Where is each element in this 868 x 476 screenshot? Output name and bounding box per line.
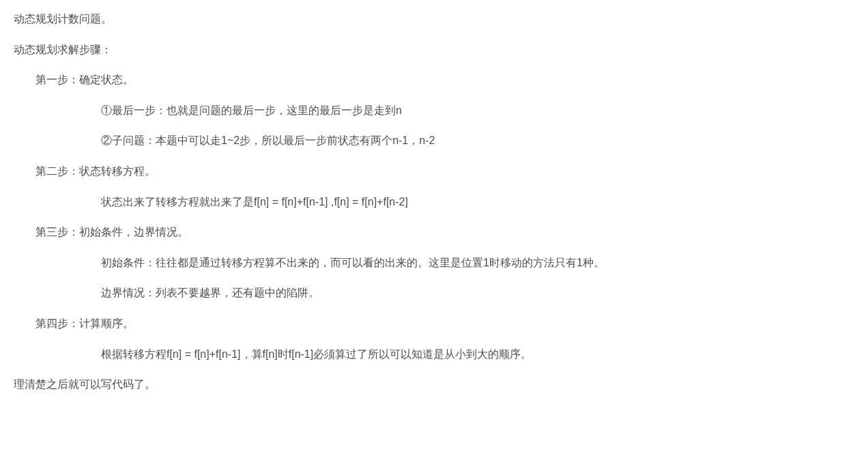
step-title-3: 第三步：初始条件，边界情况。 — [14, 223, 854, 241]
step-title-1: 第一步：确定状态。 — [14, 71, 854, 89]
step-title-4: 第四步：计算顺序。 — [14, 315, 854, 333]
step-1-line-2: ②子问题：本题中可以走1~2步，所以最后一步前状态有两个n-1，n-2 — [14, 132, 854, 150]
step-3-line-1: 初始条件：往往都是通过转移方程算不出来的，而可以看的出来的。这里是位置1时移动的… — [14, 254, 854, 272]
document-content: 动态规划计数问题。 动态规划求解步骤： 第一步：确定状态。 ①最后一步：也就是问… — [14, 10, 854, 393]
paragraph-last: 理清楚之后就可以写代码了。 — [14, 376, 854, 393]
paragraph: 动态规划求解步骤： — [14, 41, 854, 59]
step-4-line-1: 根据转移方程f[n] = f[n]+f[n-1]，算f[n]时f[n-1]必须算… — [14, 346, 854, 363]
step-1-line-1: ①最后一步：也就是问题的最后一步，这里的最后一步是走到n — [14, 102, 854, 120]
step-title-2: 第二步：状态转移方程。 — [14, 163, 854, 180]
paragraph: 动态规划计数问题。 — [14, 10, 854, 28]
step-2-line-1: 状态出来了转移方程就出来了是f[n] = f[n]+f[n-1] ,f[n] =… — [14, 193, 854, 211]
step-3-line-2: 边界情况：列表不要越界，还有题中的陷阱。 — [14, 284, 854, 302]
